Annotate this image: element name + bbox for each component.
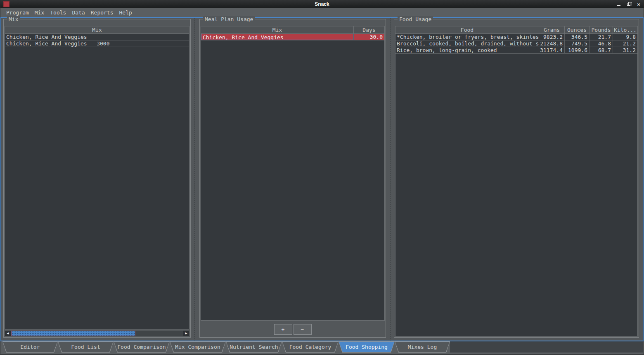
scroll-left-arrow-icon[interactable]: ◀: [5, 331, 11, 336]
food-usage-panel: Food Usage Food Grams Ounces Pounds Kilo…: [394, 19, 639, 338]
scrollbar-thumb[interactable]: [11, 331, 135, 336]
tab-food-shopping[interactable]: Food Shopping: [339, 341, 395, 353]
food-column-header[interactable]: Food: [395, 26, 539, 33]
menu-mix[interactable]: Mix: [32, 9, 47, 17]
tab-food-list[interactable]: Food List: [58, 341, 114, 353]
tab-editor[interactable]: Editor: [2, 341, 58, 353]
table-row[interactable]: Chicken, Rice And Veggies - 3000: [5, 40, 189, 47]
tab-food-comparison[interactable]: Food Comparison: [114, 341, 170, 353]
restore-button[interactable]: [626, 1, 632, 7]
tab-mix-comparison[interactable]: Mix Comparison: [170, 341, 226, 353]
mix-panel: Mix Mix Chicken, Rice And Veggies Chicke…: [3, 19, 191, 338]
meal-plan-usage-panel: Meal Plan Usage Mix Days Chicken, Rice A…: [199, 19, 386, 338]
table-row[interactable]: Broccoli, cooked, boiled, drained, witho…: [395, 40, 637, 47]
add-mix-button[interactable]: +: [274, 324, 292, 335]
mix-panel-title: Mix: [7, 16, 20, 22]
kilograms-column-header[interactable]: Kilo...: [613, 26, 637, 33]
menu-help[interactable]: Help: [116, 9, 135, 17]
pounds-column-header[interactable]: Pounds: [589, 26, 613, 33]
days-column-header[interactable]: Days: [353, 26, 384, 33]
remove-mix-button[interactable]: −: [294, 324, 312, 335]
table-row[interactable]: *Chicken, broiler or fryers, breast, ski…: [395, 34, 637, 40]
titlebar: Snack ×: [0, 0, 644, 8]
tab-food-category[interactable]: Food Category: [282, 341, 339, 353]
meal-plan-usage-title: Meal Plan Usage: [203, 16, 255, 22]
mix-column-header[interactable]: Mix: [5, 26, 189, 33]
menubar: Program Mix Tools Data Reports Help: [0, 8, 644, 17]
mix-column-header[interactable]: Mix: [201, 26, 353, 33]
splitter-handle[interactable]: [389, 18, 391, 341]
ounces-column-header[interactable]: Ounces: [564, 26, 589, 33]
table-row[interactable]: Chicken, Rice And Veggies: [5, 34, 189, 40]
minimize-button[interactable]: [616, 1, 622, 7]
table-row[interactable]: Rice, brown, long-grain, cooked 31174.4 …: [395, 47, 637, 54]
menu-tools[interactable]: Tools: [47, 9, 69, 17]
food-usage-title: Food Usage: [398, 16, 433, 22]
menu-reports[interactable]: Reports: [88, 9, 116, 17]
meal-plan-table: Mix Days Chicken, Rice And Veggies 30.0: [201, 26, 385, 321]
food-usage-table: Food Grams Ounces Pounds Kilo... *Chicke…: [395, 26, 638, 336]
food-shopping-pane: Mix Mix Chicken, Rice And Veggies Chicke…: [0, 17, 644, 341]
table-row-selected[interactable]: Chicken, Rice And Veggies 30.0: [201, 34, 384, 40]
close-button[interactable]: ×: [636, 1, 642, 7]
scrollbar-track[interactable]: [11, 331, 183, 336]
window-left-edge: [0, 0, 0, 355]
bottom-tab-bar: Editor Food List Food Comparison Mix Com…: [0, 341, 644, 355]
splitter-handle[interactable]: [194, 18, 196, 341]
horizontal-scrollbar[interactable]: ◀ ▶: [5, 330, 189, 336]
tab-nutrient-search[interactable]: Nutrient Search: [226, 341, 282, 353]
app-icon: [3, 1, 9, 7]
scroll-right-arrow-icon[interactable]: ▶: [183, 331, 189, 336]
app-window: Snack × Program Mix Tools Data Reports H…: [0, 0, 644, 355]
grams-column-header[interactable]: Grams: [539, 26, 564, 33]
window-title: Snack: [0, 1, 644, 7]
tabstrip-filler: [450, 341, 643, 353]
menu-program[interactable]: Program: [3, 9, 32, 17]
tab-mixes-log[interactable]: Mixes Log: [395, 341, 450, 353]
menu-data[interactable]: Data: [69, 9, 88, 17]
mix-table: Mix Chicken, Rice And Veggies Chicken, R…: [5, 26, 189, 329]
